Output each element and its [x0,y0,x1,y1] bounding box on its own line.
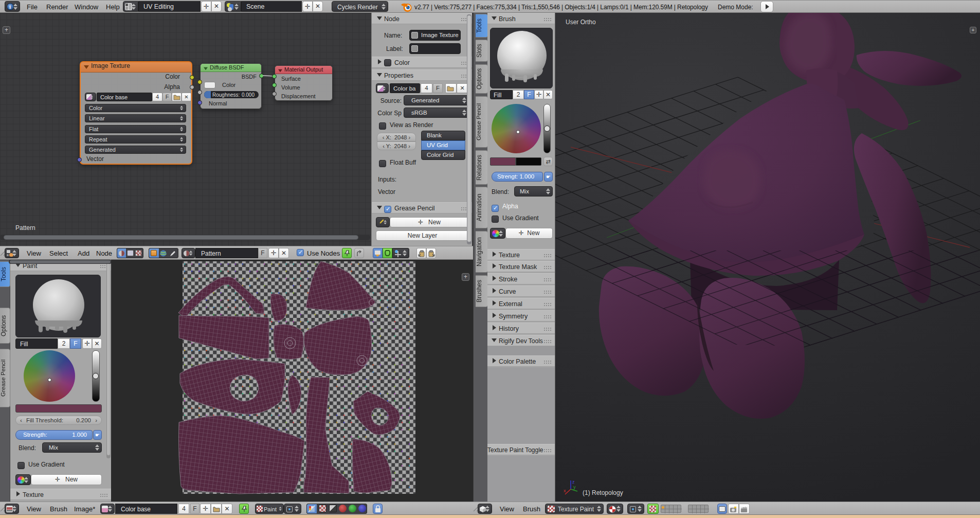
svg-text:z: z [572,479,575,485]
svg-text:x: x [564,488,566,493]
svg-text:y: y [573,485,576,490]
